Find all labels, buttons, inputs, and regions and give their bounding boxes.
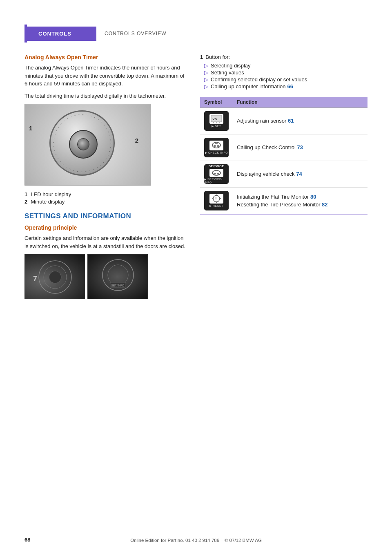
operating-principle-title: Operating principle	[24, 224, 188, 231]
service-label-top: SERVICE	[209, 164, 224, 168]
page: CONTROLS CONTROLS OVERVIEW Analog Always…	[0, 0, 392, 555]
header: CONTROLS CONTROLS OVERVIEW	[24, 25, 368, 43]
symbol-box-reset: ! ▶ RESET	[204, 191, 229, 210]
svg-text:!: !	[215, 196, 217, 201]
function-cell-reset: Initializing the Flat Tire Monitor 80 Re…	[233, 188, 368, 215]
svg-point-16	[217, 145, 219, 147]
table-header-row: Symbol Function	[200, 97, 368, 108]
symbol-box-rain: VA ▶ SET	[204, 111, 229, 131]
symbol-label-service-info: ▶ SERVICE-INFO	[204, 178, 229, 184]
table-row: SERVICE ▶ SERVICE-INFO	[200, 161, 368, 188]
button-item-3: ▷ Calling up computer information 66	[200, 83, 368, 90]
svg-point-3	[49, 271, 61, 283]
caption-item-1: 1LED hour display	[24, 191, 188, 197]
footer: Online Edition for Part no. 01 40 2 914 …	[0, 538, 392, 543]
button-for-text: Button for:	[205, 54, 230, 60]
symbol-cell-rain: VA ▶ SET	[200, 108, 233, 134]
svg-text:7: 7	[33, 275, 37, 283]
col-symbol: Symbol	[200, 97, 233, 108]
col-function: Function	[233, 97, 368, 108]
symbol-cell-reset: ! ▶ RESET	[200, 188, 233, 215]
main-content: Analog Always Open Timer The analog Alwa…	[24, 54, 368, 299]
func-text-service: Displaying vehicle check 74	[237, 171, 302, 177]
service-icon	[209, 169, 223, 177]
symbol-box-service: SERVICE ▶ SERVICE-INFO	[204, 164, 229, 184]
symbol-label-reset: ▶ RESET	[209, 204, 223, 208]
symbol-box-check: ▶ CHECK-INFO	[204, 138, 229, 157]
left-column: Analog Always Open Timer The analog Alwa…	[24, 54, 188, 299]
check-control-icon	[209, 141, 223, 150]
rain-sensor-icon: VA	[209, 114, 223, 124]
button-number: 1	[200, 54, 203, 60]
link-74: 74	[296, 171, 302, 177]
button-for-section: 1 Button for: ▷ Selecting display ▷ Sett…	[200, 54, 368, 90]
analog-timer-body1: The analog Always Open Timer indicates t…	[24, 64, 188, 88]
arrow-icon-1: ▷	[204, 69, 208, 76]
func-text-check: Calling up Check Control 73	[237, 144, 303, 150]
arrow-icon-0: ▷	[204, 63, 208, 69]
symbol-table: Symbol Function VA	[200, 97, 368, 215]
svg-rect-17	[215, 143, 218, 144]
symbol-label-check-info: ▶ CHECK-INFO	[205, 151, 228, 154]
knob-label-2: 2	[135, 137, 138, 144]
func-text-rain: Adjusting rain sensor 61	[237, 118, 294, 124]
reset-icon: !	[209, 194, 223, 204]
link-61: 61	[288, 118, 294, 124]
svg-point-6	[108, 265, 128, 285]
svg-point-19	[214, 173, 216, 175]
button-item-0: ▷ Selecting display	[200, 63, 368, 69]
analog-timer-body2: The total driving time is displayed digi…	[24, 92, 188, 100]
button-item-2: ▷ Confirming selected display or set val…	[200, 76, 368, 83]
symbol-label-set: ▶ SET	[212, 125, 221, 128]
dash-images: 7 SET/INFO	[24, 254, 188, 299]
svg-text:VA: VA	[212, 117, 217, 121]
link-66: 66	[287, 83, 293, 90]
settings-heading: SETTINGS AND INFORMATION	[24, 212, 188, 220]
function-cell-rain: Adjusting rain sensor 61	[233, 108, 368, 134]
svg-point-15	[214, 145, 216, 147]
caption-item-2: 2Minute display	[24, 199, 188, 205]
svg-point-18	[212, 170, 220, 175]
svg-text:SET/INFO: SET/INFO	[111, 284, 125, 287]
dash-img-right: SET/INFO	[87, 254, 148, 299]
svg-point-20	[217, 173, 219, 175]
controls-overview: CONTROLS OVERVIEW	[105, 31, 166, 36]
table-row: ! ▶ RESET	[200, 188, 368, 215]
link-80: 80	[310, 194, 316, 200]
function-cell-check: Calling up Check Control 73	[233, 134, 368, 161]
right-column: 1 Button for: ▷ Selecting display ▷ Sett…	[200, 54, 368, 299]
footer-copyright: Online Edition for Part no. 01 40 2 914 …	[130, 538, 262, 543]
knob-label-1: 1	[29, 125, 32, 132]
arrow-icon-3: ▷	[204, 83, 208, 90]
button-item-1: ▷ Setting values	[200, 69, 368, 76]
table-row: ▶ CHECK-INFO Calling up Check Control 73	[200, 134, 368, 161]
controls-tab: CONTROLS	[27, 27, 96, 41]
symbol-cell-check: ▶ CHECK-INFO	[200, 134, 233, 161]
func-text-reset: Initializing the Flat Tire Monitor 80 Re…	[237, 194, 328, 208]
arrow-icon-2: ▷	[204, 76, 208, 83]
operating-principle-body: Certain settings and information are onl…	[24, 234, 188, 250]
caption-list: 1LED hour display 2Minute display	[24, 191, 188, 205]
knob-image: 1 2	[24, 104, 151, 186]
link-82: 82	[322, 201, 327, 208]
dash-img-left: 7	[24, 254, 85, 299]
function-cell-service: Displaying vehicle check 74	[233, 161, 368, 188]
analog-timer-title: Analog Always Open Timer	[24, 54, 188, 60]
table-row: VA ▶ SET Adju	[200, 108, 368, 134]
link-73: 73	[297, 144, 303, 150]
symbol-cell-service: SERVICE ▶ SERVICE-INFO	[200, 161, 233, 188]
